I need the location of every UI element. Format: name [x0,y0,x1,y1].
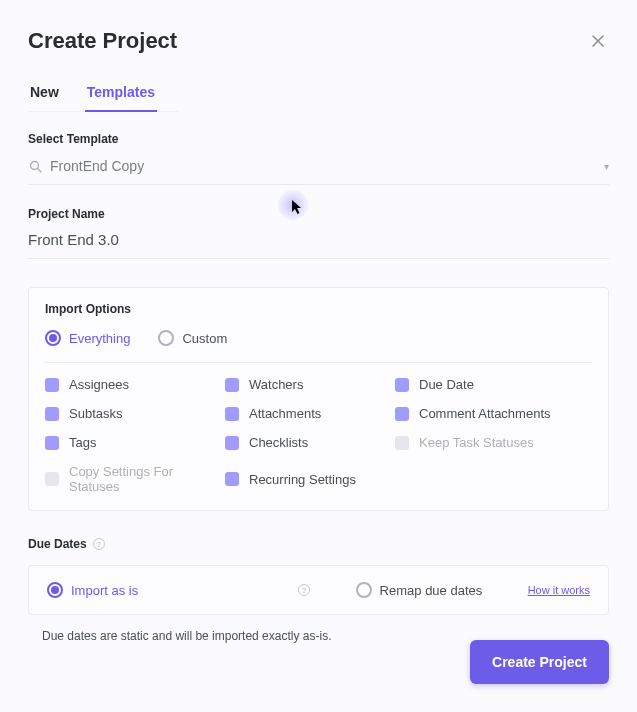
tab-new[interactable]: New [28,78,61,112]
due-dates-row: Import as is ? Remap due dates How it wo… [47,582,590,598]
checkbox-icon [45,436,59,450]
create-project-button[interactable]: Create Project [470,640,609,684]
modal-title: Create Project [28,28,177,54]
create-project-modal: Create Project New Templates Select Temp… [0,0,637,712]
modal-footer: Create Project [470,640,609,684]
opt-copy-settings-for-statuses: Copy Settings For Statuses [45,464,225,494]
checkbox-icon [45,407,59,421]
checkbox-icon [395,436,409,450]
radio-import-as-is[interactable]: Import as is [47,582,138,598]
checkbox-icon [45,378,59,392]
template-select-value: FrontEnd Copy [50,158,596,174]
opt-recurring-settings[interactable]: Recurring Settings [225,464,395,494]
chevron-down-icon: ▾ [604,161,609,172]
radio-circle-icon [45,330,61,346]
checkbox-icon [225,436,239,450]
opt-comment-attachments[interactable]: Comment Attachments [395,406,592,421]
svg-line-1 [37,168,41,172]
radio-custom-label: Custom [182,331,227,346]
import-options-grid: Assignees Watchers Due Date Subtasks Att… [45,362,592,494]
tab-templates[interactable]: Templates [85,78,157,112]
radio-remap-due-dates[interactable]: Remap due dates [356,582,483,598]
search-icon [28,159,42,173]
project-name-label: Project Name [28,207,609,221]
import-options-panel: Import Options Everything Custom Assigne… [28,287,609,511]
checkbox-icon [225,472,239,486]
checkbox-icon [225,378,239,392]
checkbox-icon [225,407,239,421]
checkbox-icon [45,472,59,486]
modal-header: Create Project [28,28,609,54]
opt-due-date[interactable]: Due Date [395,377,592,392]
close-button[interactable] [587,30,609,52]
opt-keep-task-statuses: Keep Task Statuses [395,435,592,450]
opt-watchers[interactable]: Watchers [225,377,395,392]
radio-import-as-is-label: Import as is [71,583,138,598]
checkbox-icon [395,378,409,392]
opt-subtasks[interactable]: Subtasks [45,406,225,421]
select-template-label: Select Template [28,132,609,146]
checkbox-icon [395,407,409,421]
radio-circle-icon [356,582,372,598]
radio-remap-label: Remap due dates [380,583,483,598]
radio-everything-label: Everything [69,331,130,346]
opt-checklists[interactable]: Checklists [225,435,395,450]
radio-everything[interactable]: Everything [45,330,130,346]
radio-circle-icon [47,582,63,598]
template-select[interactable]: FrontEnd Copy ▾ [28,152,609,185]
radio-circle-icon [158,330,174,346]
how-it-works-link[interactable]: How it works [528,584,590,596]
tabs: New Templates [28,78,178,112]
import-options-title: Import Options [45,302,592,316]
opt-attachments[interactable]: Attachments [225,406,395,421]
opt-tags[interactable]: Tags [45,435,225,450]
help-icon[interactable]: ? [93,538,105,550]
help-icon[interactable]: ? [298,584,310,596]
project-name-input[interactable] [28,227,609,259]
due-dates-panel: Import as is ? Remap due dates How it wo… [28,565,609,615]
close-icon [590,33,606,49]
opt-assignees[interactable]: Assignees [45,377,225,392]
due-dates-label: Due Dates ? [28,537,609,551]
radio-custom[interactable]: Custom [158,330,227,346]
import-mode-row: Everything Custom [45,330,592,346]
